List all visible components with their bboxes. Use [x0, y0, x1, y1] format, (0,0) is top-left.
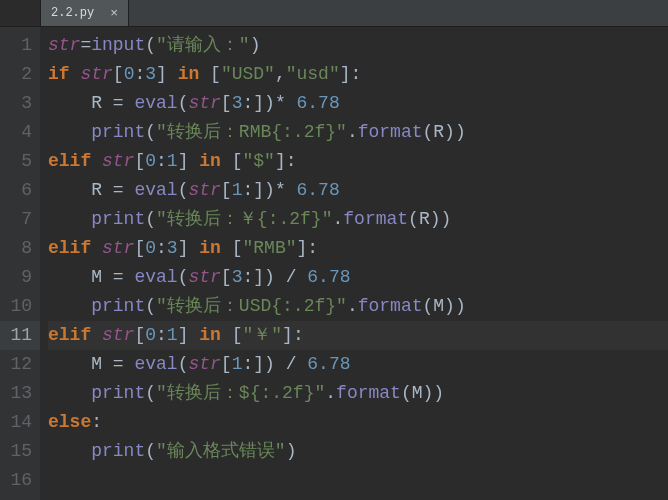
code-line: if str[0:3] in ["USD","usd"]: [48, 60, 668, 89]
code-line: print("输入格式错误") [48, 437, 668, 466]
line-number: 15 [0, 437, 40, 466]
line-number: 14 [0, 408, 40, 437]
line-number: 4 [0, 118, 40, 147]
code-line: R = eval(str[3:])* 6.78 [48, 89, 668, 118]
code-line: print("转换后：${:.2f}".format(M)) [48, 379, 668, 408]
code-line: print("转换后：USD{:.2f}".format(M)) [48, 292, 668, 321]
file-tab[interactable]: 2.2.py × [41, 0, 129, 26]
tab-label: 2.2.py [51, 6, 94, 20]
gutter: 1 2 3 4 5 6 7 8 9 10 11 12 13 14 15 16 [0, 27, 40, 500]
code-line: M = eval(str[3:]) / 6.78 [48, 263, 668, 292]
line-number: 8 [0, 234, 40, 263]
code-area[interactable]: str=input("请输入：") if str[0:3] in ["USD",… [40, 27, 668, 500]
tab-spacer [0, 0, 41, 26]
code-line: str=input("请输入：") [48, 31, 668, 60]
tab-bar: 2.2.py × [0, 0, 668, 27]
line-number: 11 [0, 321, 40, 350]
line-number: 5 [0, 147, 40, 176]
line-number: 12 [0, 350, 40, 379]
line-number: 3 [0, 89, 40, 118]
line-number: 2 [0, 60, 40, 89]
code-line: else: [48, 408, 668, 437]
line-number: 16 [0, 466, 40, 495]
code-line: elif str[0:3] in ["RMB"]: [48, 234, 668, 263]
close-icon[interactable]: × [110, 6, 118, 21]
line-number: 10 [0, 292, 40, 321]
code-line: elif str[0:1] in ["$"]: [48, 147, 668, 176]
code-line: print("转换后：￥{:.2f}".format(R)) [48, 205, 668, 234]
code-line: print("转换后：RMB{:.2f}".format(R)) [48, 118, 668, 147]
line-number: 6 [0, 176, 40, 205]
code-line: elif str[0:1] in ["￥"]: [48, 321, 668, 350]
line-number: 9 [0, 263, 40, 292]
code-line [48, 466, 668, 495]
editor: 1 2 3 4 5 6 7 8 9 10 11 12 13 14 15 16 s… [0, 27, 668, 500]
line-number: 13 [0, 379, 40, 408]
line-number: 7 [0, 205, 40, 234]
line-number: 1 [0, 31, 40, 60]
code-line: R = eval(str[1:])* 6.78 [48, 176, 668, 205]
code-line: M = eval(str[1:]) / 6.78 [48, 350, 668, 379]
